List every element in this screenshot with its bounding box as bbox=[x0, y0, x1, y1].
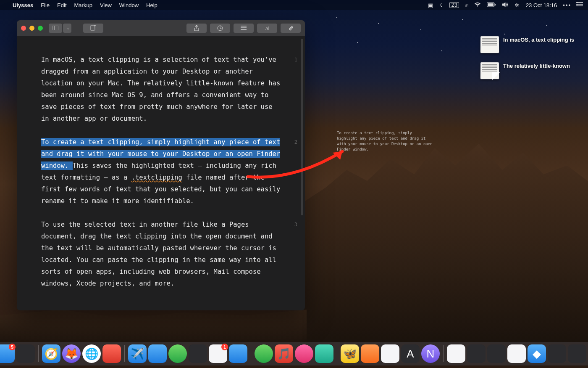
menu-help[interactable]: Help bbox=[146, 2, 158, 8]
paragraph-number: 2 bbox=[294, 136, 297, 148]
editor-area[interactable]: In macOS, a text clipping is a selection… bbox=[17, 36, 305, 310]
dock-separator bbox=[337, 345, 337, 362]
text-clipping-label[interactable]: In macOS, a text clipping is bbox=[503, 36, 575, 43]
svg-point-4 bbox=[577, 4, 578, 5]
dock-app-itunes[interactable] bbox=[295, 344, 313, 363]
dock-app-slack[interactable]: 1 bbox=[209, 344, 227, 363]
dock-app-5[interactable]: ◆ bbox=[528, 344, 546, 363]
dock-app-music[interactable]: 🎵 bbox=[275, 344, 293, 363]
menu-edit[interactable]: Edit bbox=[57, 2, 66, 8]
svg-rect-8 bbox=[90, 26, 95, 30]
dock-app-tweetbot[interactable] bbox=[148, 344, 167, 363]
svg-rect-6 bbox=[52, 26, 58, 30]
ulysses-window: ⌄ A In macOS, a text clipping is a selec… bbox=[17, 20, 305, 310]
paragraph-3[interactable]: To use the selected text in another file… bbox=[41, 219, 281, 289]
dock-app-chrome[interactable]: 🌐 bbox=[82, 344, 101, 363]
dock-app-1[interactable] bbox=[447, 344, 465, 363]
text-clipping-icon[interactable] bbox=[480, 36, 499, 53]
dock-app-2[interactable] bbox=[467, 344, 486, 363]
paragraph-2[interactable]: To create a text clipping, simply highli… bbox=[41, 136, 281, 207]
svg-rect-1 bbox=[495, 4, 496, 5]
attachment-button[interactable] bbox=[281, 24, 301, 33]
svg-point-5 bbox=[577, 5, 578, 6]
desktop-wallpaper-rocks bbox=[302, 126, 588, 345]
volume-icon[interactable] bbox=[502, 2, 509, 8]
share-button[interactable] bbox=[186, 24, 207, 33]
dock: 5 🧭 🦊 🌐 ✈️ 1 🎵 🦋 A N ◆ 🗑️ bbox=[0, 342, 588, 365]
dock-app-safari[interactable]: 🧭 bbox=[42, 344, 60, 363]
dock-app-messages[interactable] bbox=[229, 344, 247, 363]
compose-button[interactable] bbox=[83, 24, 103, 33]
list-button[interactable] bbox=[234, 24, 254, 33]
display-icon[interactable]: ▣ bbox=[428, 2, 433, 8]
menu-file[interactable]: File bbox=[41, 2, 50, 8]
menu-window[interactable]: Window bbox=[119, 2, 139, 8]
extra-status-icon[interactable]: ✲ bbox=[514, 2, 519, 8]
dock-app-firefox[interactable]: 🦊 bbox=[62, 344, 81, 363]
dock-app-butterfly[interactable]: 🦋 bbox=[341, 344, 359, 363]
menu-view[interactable]: View bbox=[100, 2, 112, 8]
dock-app-app[interactable] bbox=[315, 344, 333, 363]
close-button[interactable] bbox=[21, 26, 26, 31]
dock-app-things[interactable] bbox=[381, 344, 399, 363]
dock-app-ulysses[interactable]: A bbox=[401, 344, 420, 363]
menubar-datetime[interactable]: 23 Oct 18:16 bbox=[526, 2, 557, 8]
badge-icon: 5 bbox=[9, 344, 16, 350]
sidebar-dropdown-button[interactable]: ⌄ bbox=[63, 24, 71, 33]
minimize-button[interactable] bbox=[29, 26, 34, 31]
dock-app-bear[interactable] bbox=[102, 344, 121, 363]
traffic-lights bbox=[21, 26, 43, 31]
window-titlebar[interactable]: ⌄ A bbox=[17, 20, 305, 36]
dock-app-telegram[interactable]: ✈️ bbox=[128, 344, 147, 363]
notification-center-icon[interactable] bbox=[576, 2, 583, 8]
app-name[interactable]: Ulysses bbox=[13, 2, 33, 8]
cursor-icon[interactable]: ⤹ bbox=[439, 2, 444, 8]
dock-app-7[interactable] bbox=[568, 344, 586, 363]
svg-rect-2 bbox=[488, 3, 494, 6]
wifi-icon[interactable] bbox=[474, 2, 481, 8]
paragraph-text: To use the selected text in another file… bbox=[41, 221, 276, 287]
badge-icon: 1 bbox=[221, 344, 228, 350]
battery-icon[interactable] bbox=[487, 2, 496, 8]
airplay-icon[interactable]: ⎚ bbox=[465, 2, 468, 8]
text-clipping-label[interactable]: The relatively little-known bbox=[503, 62, 575, 69]
dock-app-whatsapp[interactable] bbox=[168, 344, 187, 363]
spell-error-text: .textclipping bbox=[131, 174, 182, 181]
menubar-overflow-icon[interactable]: ••• bbox=[563, 2, 571, 8]
dock-separator bbox=[38, 345, 39, 362]
paragraph-number: 1 bbox=[294, 54, 297, 66]
dock-app-onenote[interactable]: N bbox=[421, 344, 440, 363]
dock-separator bbox=[443, 345, 444, 362]
paragraph-number: 3 bbox=[294, 219, 297, 230]
drag-ghost-text: To create a text clipping, simply highli… bbox=[337, 130, 433, 152]
dock-app-reeder[interactable] bbox=[189, 344, 207, 363]
svg-point-3 bbox=[577, 2, 578, 3]
calendar-badge-icon[interactable]: 23 bbox=[449, 2, 459, 8]
dock-app-3[interactable] bbox=[487, 344, 506, 363]
dock-app-6[interactable] bbox=[548, 344, 566, 363]
typography-button[interactable]: A bbox=[257, 24, 277, 33]
dock-separator bbox=[124, 345, 125, 362]
menubar: Ulysses File Edit Markup View Window Hel… bbox=[0, 0, 588, 10]
svg-text:A: A bbox=[265, 26, 269, 31]
dock-app-pocket[interactable] bbox=[361, 344, 379, 363]
dock-app-spotify[interactable] bbox=[255, 344, 273, 363]
zoom-button[interactable] bbox=[38, 26, 43, 31]
stats-button[interactable] bbox=[210, 24, 230, 33]
menu-markup[interactable]: Markup bbox=[74, 2, 92, 8]
text-clipping-icon[interactable] bbox=[480, 62, 499, 79]
paragraph-1[interactable]: In macOS, a text clipping is a selection… bbox=[41, 54, 281, 124]
scrollbar[interactable] bbox=[301, 39, 303, 215]
dock-app-4[interactable] bbox=[507, 344, 526, 363]
sidebar-toggle-button[interactable] bbox=[49, 24, 62, 33]
dock-app-mail[interactable]: 5 bbox=[0, 344, 15, 363]
dock-app-launchpad[interactable] bbox=[16, 344, 35, 363]
dock-separator bbox=[251, 345, 251, 362]
paragraph-text: In macOS, a text clipping is a selection… bbox=[41, 56, 280, 122]
